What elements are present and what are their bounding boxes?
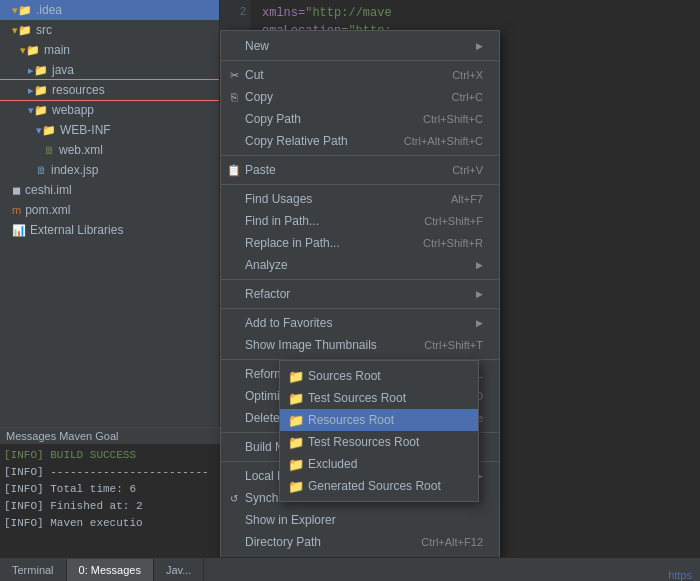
- menu-item-directorypath[interactable]: Directory Path Ctrl+Alt+F12: [221, 531, 499, 553]
- folder-icon-idea: ▾📁: [12, 4, 32, 17]
- tab-terminal-label: Terminal: [12, 564, 54, 576]
- tree-item-resources[interactable]: ▸📁 resources: [0, 80, 219, 100]
- menu-sep-5: [221, 308, 499, 309]
- cut-icon: ✂: [227, 69, 241, 82]
- tree-item-extlibs[interactable]: 📊 External Libraries: [0, 220, 219, 240]
- menu-item-replaceinpath[interactable]: Replace in Path... Ctrl+Shift+R: [221, 232, 499, 254]
- menu-item-findinpath[interactable]: Find in Path... Ctrl+Shift+F: [221, 210, 499, 232]
- submenu-label-resourcesroot: Resources Root: [308, 413, 394, 427]
- submenu-item-excluded[interactable]: 📁 Excluded: [280, 453, 478, 475]
- menu-item-addtofav[interactable]: Add to Favorites: [221, 312, 499, 334]
- tree-item-src[interactable]: ▾📁 src: [0, 20, 219, 40]
- tree-item-webxml[interactable]: 🗎 web.xml: [0, 140, 219, 160]
- submenu-item-sourcesroot[interactable]: 📁 Sources Root: [280, 365, 478, 387]
- tree-label-resources: resources: [52, 83, 105, 97]
- folder-orange-icon: 📁: [288, 457, 302, 471]
- code-line-1: xmlns="http://mave: [262, 4, 692, 22]
- tree-item-ceshiiml[interactable]: ◼ ceshi.iml: [0, 180, 219, 200]
- menu-item-analyze[interactable]: Analyze: [221, 254, 499, 276]
- line-number-2: 2: [240, 2, 246, 20]
- status-url-text: https: [668, 569, 692, 581]
- folder-icon-java: ▸📁: [28, 64, 48, 77]
- tab-messages[interactable]: 0: Messages: [67, 559, 154, 581]
- main-container: ▾📁 .idea ▾📁 src ▾📁 main ▸📁 java ▸📁 resou…: [0, 0, 700, 581]
- folder-green-icon: 📁: [288, 391, 302, 405]
- status-bar-url: https: [668, 569, 700, 581]
- tree-item-webinf[interactable]: ▾📁 WEB-INF: [0, 120, 219, 140]
- submenu-label-generatedsourcesroot: Generated Sources Root: [308, 479, 441, 493]
- tree-label-indexjsp: index.jsp: [51, 163, 98, 177]
- tab-terminal[interactable]: Terminal: [0, 559, 67, 581]
- paste-icon: 📋: [227, 164, 241, 177]
- menu-sep-2: [221, 155, 499, 156]
- menu-sep-1: [221, 60, 499, 61]
- folder-gen-icon: 📁: [288, 479, 302, 493]
- menu-item-showthumbnails[interactable]: Show Image Thumbnails Ctrl+Shift+T: [221, 334, 499, 356]
- tree-item-main[interactable]: ▾📁 main: [0, 40, 219, 60]
- messages-header: Messages Maven Goal: [0, 428, 230, 445]
- folder-icon-main: ▾📁: [20, 44, 40, 57]
- messages-content: [INFO] BUILD SUCCESS [INFO] ------------…: [0, 445, 230, 534]
- sync-icon: ↺: [227, 493, 241, 504]
- submenu-label-testresourcesroot: Test Resources Root: [308, 435, 419, 449]
- tree-label-src: src: [36, 23, 52, 37]
- folder-icon-src: ▾📁: [12, 24, 32, 37]
- submenu-item-resourcesroot[interactable]: 📁 Resources Root: [280, 409, 478, 431]
- folder-test-res-icon: 📁: [288, 435, 302, 449]
- msg-line-5: [INFO] Maven executio: [4, 515, 226, 532]
- tree-item-idea[interactable]: ▾📁 .idea: [0, 0, 219, 20]
- submenu-label-excluded: Excluded: [308, 457, 357, 471]
- menu-item-cut[interactable]: ✂ Cut Ctrl+X: [221, 64, 499, 86]
- folder-icon-webapp: ▾📁: [28, 104, 48, 117]
- menu-item-copy[interactable]: ⎘ Copy Ctrl+C: [221, 86, 499, 108]
- tab-java[interactable]: Jav...: [154, 559, 204, 581]
- file-icon-xml: 🗎: [44, 144, 55, 156]
- submenu-label-testsourcesroot: Test Sources Root: [308, 391, 406, 405]
- folder-teal-icon: 📁: [288, 413, 302, 427]
- copy-icon: ⎘: [227, 91, 241, 103]
- submenu-item-generatedsourcesroot[interactable]: 📁 Generated Sources Root: [280, 475, 478, 497]
- tree-item-webapp[interactable]: ▾📁 webapp: [0, 100, 219, 120]
- tab-java-label: Jav...: [166, 564, 191, 576]
- msg-line-2: [INFO] ------------------------: [4, 464, 226, 481]
- folder-icon-webinf: ▾📁: [36, 124, 56, 137]
- menu-item-new[interactable]: New: [221, 35, 499, 57]
- menu-item-showinexplorer[interactable]: Show in Explorer: [221, 509, 499, 531]
- folder-blue-icon: 📁: [288, 369, 302, 383]
- tree-label-extlibs: External Libraries: [30, 223, 123, 237]
- menu-sep-3: [221, 184, 499, 185]
- bottom-tab-bar: Terminal 0: Messages Jav... https: [0, 557, 700, 581]
- menu-item-copyrelpath[interactable]: Copy Relative Path Ctrl+Alt+Shift+C: [221, 130, 499, 152]
- tree-label-idea: .idea: [36, 3, 62, 17]
- library-icon: 📊: [12, 224, 26, 237]
- tree-label-pomxml: pom.xml: [25, 203, 70, 217]
- tab-messages-label: 0: Messages: [79, 564, 141, 576]
- file-icon-pom: m: [12, 204, 21, 216]
- folder-icon-resources: ▸📁: [28, 84, 48, 97]
- messages-panel: Messages Maven Goal [INFO] BUILD SUCCESS…: [0, 427, 230, 557]
- submenu-label-sourcesroot: Sources Root: [308, 369, 381, 383]
- menu-item-paste[interactable]: 📋 Paste Ctrl+V: [221, 159, 499, 181]
- msg-line-1: [INFO] BUILD SUCCESS: [4, 447, 226, 464]
- tree-label-webinf: WEB-INF: [60, 123, 111, 137]
- tree-label-webapp: webapp: [52, 103, 94, 117]
- menu-item-refactor[interactable]: Refactor: [221, 283, 499, 305]
- tree-label-ceshiiml: ceshi.iml: [25, 183, 72, 197]
- menu-item-findusages[interactable]: Find Usages Alt+F7: [221, 188, 499, 210]
- tree-item-indexjsp[interactable]: 🗎 index.jsp: [0, 160, 219, 180]
- menu-sep-4: [221, 279, 499, 280]
- tree-item-java[interactable]: ▸📁 java: [0, 60, 219, 80]
- tree-label-webxml: web.xml: [59, 143, 103, 157]
- submenu-item-testsourcesroot[interactable]: 📁 Test Sources Root: [280, 387, 478, 409]
- tree-label-java: java: [52, 63, 74, 77]
- file-icon-jsp: 🗎: [36, 164, 47, 176]
- submenu-item-testresourcesroot[interactable]: 📁 Test Resources Root: [280, 431, 478, 453]
- msg-line-4: [INFO] Finished at: 2: [4, 498, 226, 515]
- tree-label-main: main: [44, 43, 70, 57]
- msg-line-3: [INFO] Total time: 6: [4, 481, 226, 498]
- file-icon-iml: ◼: [12, 184, 21, 197]
- menu-item-copypath[interactable]: Copy Path Ctrl+Shift+C: [221, 108, 499, 130]
- tree-item-pomxml[interactable]: m pom.xml: [0, 200, 219, 220]
- submenu-mark-directory: 📁 Sources Root 📁 Test Sources Root 📁 Res…: [279, 360, 479, 502]
